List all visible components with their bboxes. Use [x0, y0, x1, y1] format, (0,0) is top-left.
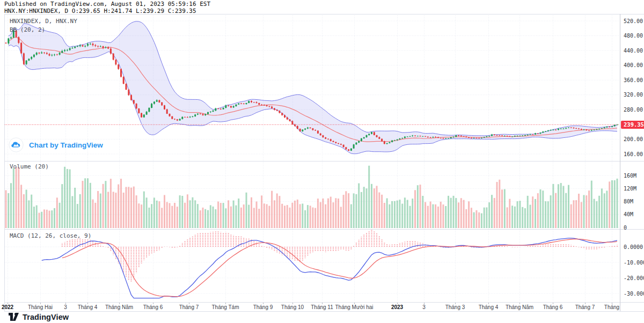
tradingview-footer-logo[interactable]: TradingView [9, 312, 69, 321]
price-tick-label: 200.00 [624, 136, 643, 142]
price-tick-label: 400.00 [624, 62, 643, 68]
last-price-badge: 239.35 [621, 121, 644, 129]
macd-tick-label: -20.0000 [624, 275, 644, 281]
macd-pane-series [42, 230, 617, 298]
macd-histogram [62, 230, 617, 282]
pane-frame [4, 14, 644, 312]
price-tick-label: 440.00 [624, 48, 643, 54]
price-tick-label: 520.00 [624, 18, 643, 24]
price-tick-label: 360.00 [624, 77, 643, 83]
time-tick-label: Tháng Mười hai [330, 304, 378, 310]
macd-tick-label: -30.0000 [624, 291, 644, 297]
price-tick-label: 480.00 [624, 33, 643, 39]
volume-tick-label: 0 [624, 225, 627, 231]
tradingview-cloud-icon [9, 137, 24, 152]
volume-tick-label: 40M [624, 211, 633, 217]
volume-tick-label: 120M [624, 186, 636, 192]
chart-canvas[interactable] [0, 0, 644, 323]
volume-indicator-legend[interactable]: Volume (20) [10, 163, 49, 170]
chart-by-tradingview-watermark[interactable]: Chart by TradingView [9, 137, 103, 152]
macd-line [42, 238, 617, 298]
price-pane-legend[interactable]: HNXINDEX, D, HNX.NY [10, 18, 77, 25]
volume-tick-label: 80M [624, 199, 633, 204]
macd-tick-label: -10.0000 [624, 260, 644, 266]
bb-indicator-legend[interactable]: BB (20, 2) [10, 26, 45, 33]
bb-band [9, 21, 617, 154]
time-tick-label: Tháng [588, 304, 636, 310]
tradingview-logo-icon [9, 312, 19, 321]
volume-tick-label: 160M [624, 173, 636, 179]
price-tick-label: 280.00 [624, 107, 643, 113]
grid [5, 14, 620, 304]
published-chart-page: { "header": { "published_line": "Publish… [0, 0, 644, 323]
macd-indicator-legend[interactable]: MACD (12, 26, close, 9) [10, 232, 91, 239]
macd-signal-line [62, 239, 617, 297]
price-tick-label: 160.00 [624, 151, 643, 157]
macd-tick-label: 0.0000 [624, 244, 643, 250]
volume-series [5, 166, 618, 228]
footer-brand-text: TradingView [23, 313, 69, 321]
watermark-label: Chart by TradingView [29, 141, 103, 149]
price-tick-label: 320.00 [624, 92, 643, 98]
